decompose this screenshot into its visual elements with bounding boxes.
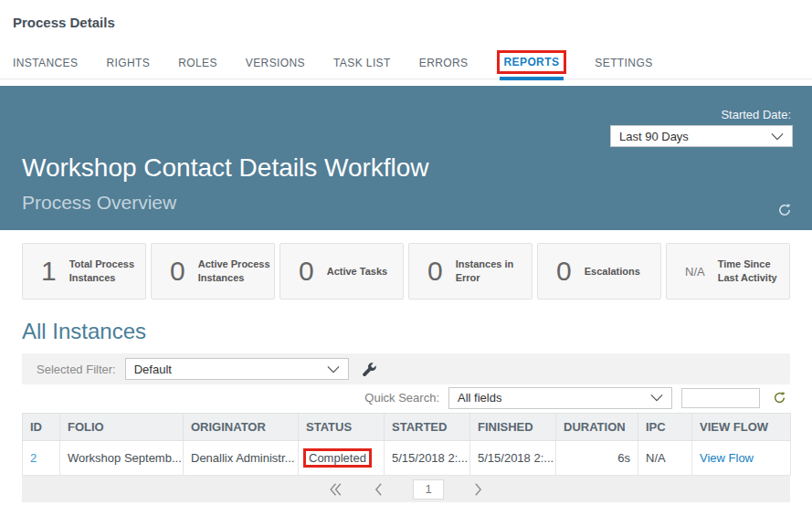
view-flow-link[interactable]: View Flow — [692, 441, 791, 476]
all-instances-heading: All Instances — [22, 319, 790, 344]
started-date-label: Started Date: — [721, 108, 791, 121]
quick-search-field-dropdown[interactable]: All fields — [448, 387, 672, 409]
col-header-duration[interactable]: DURATION — [556, 414, 638, 441]
current-page-box[interactable]: 1 — [413, 479, 444, 500]
chevron-down-icon — [327, 365, 340, 373]
started-date-value: Last 90 Days — [619, 130, 689, 143]
stats-row: 1 Total Process Instances 0 Active Proce… — [22, 243, 790, 300]
stat-time-since-last-activity: N/A Time Since Last Activity — [666, 243, 790, 300]
search-refresh-icon[interactable] — [773, 391, 786, 405]
stat-value: N/A — [685, 265, 705, 279]
filter-value: Default — [134, 363, 172, 376]
stat-label: Escalations — [585, 265, 640, 279]
tab-errors[interactable]: ERRORS — [419, 50, 469, 79]
tab-instances[interactable]: INSTANCES — [13, 50, 78, 79]
instances-table: ID FOLIO ORIGINATOR STATUS STARTED FINIS… — [22, 413, 791, 476]
ipc-cell: N/A — [638, 441, 692, 476]
started-cell: 5/15/2018 2:... — [385, 441, 470, 476]
stat-label: Time Since Last Activity — [718, 258, 786, 285]
stat-instances-in-error: 0 Instances in Error — [408, 243, 533, 300]
red-annotation-box: Completed — [303, 448, 372, 468]
col-header-ipc[interactable]: IPC — [638, 414, 692, 441]
banner-subtitle: Process Overview — [22, 192, 176, 214]
tab-settings[interactable]: SETTINGS — [595, 50, 652, 79]
status-value: Completed — [309, 451, 366, 465]
col-header-view-flow[interactable]: VIEW FLOW — [692, 414, 791, 441]
col-header-id[interactable]: ID — [23, 414, 60, 441]
table-header-row: ID FOLIO ORIGINATOR STATUS STARTED FINIS… — [23, 414, 791, 441]
refresh-icon[interactable] — [777, 203, 792, 217]
previous-page-icon[interactable] — [372, 482, 385, 497]
stat-total-process-instances: 1 Total Process Instances — [22, 243, 146, 300]
col-header-finished[interactable]: FINISHED — [470, 414, 556, 441]
stat-value: 0 — [427, 256, 443, 287]
stat-value: 0 — [299, 256, 314, 287]
quick-search-field-value: All fields — [458, 391, 501, 405]
first-page-icon[interactable] — [327, 482, 344, 497]
status-cell: Completed — [299, 441, 385, 476]
tab-versions[interactable]: VERSIONS — [246, 50, 305, 79]
table-row: 2 Workshop Septemb... Denallix Administr… — [23, 441, 791, 476]
stat-value: 0 — [170, 256, 185, 287]
stat-value: 0 — [556, 256, 572, 287]
quick-search-input[interactable] — [681, 388, 760, 408]
page-title: Process Details — [0, 0, 812, 30]
quick-search-label: Quick Search: — [364, 391, 439, 405]
tab-reports-label: REPORTS — [504, 56, 560, 68]
stat-label: Instances in Error — [456, 258, 528, 285]
stat-label: Active Tasks — [327, 265, 387, 279]
col-header-status[interactable]: STATUS — [299, 414, 385, 441]
red-annotation-box: REPORTS — [497, 50, 567, 74]
folio-cell: Workshop Septemb... — [60, 441, 184, 476]
tab-reports[interactable]: REPORTS — [497, 50, 567, 79]
chevron-down-icon — [771, 132, 784, 141]
wrench-icon[interactable] — [362, 362, 377, 377]
tab-task-list[interactable]: TASK LIST — [333, 50, 391, 79]
stat-escalations: 0 Escalations — [537, 243, 661, 300]
filter-dropdown[interactable]: Default — [125, 358, 349, 380]
tab-rights[interactable]: RIGHTS — [106, 50, 150, 79]
workflow-title: Workshop Contact Details Workflow — [22, 153, 429, 183]
started-date-dropdown[interactable]: Last 90 Days — [610, 125, 793, 147]
stat-label: Active Process Instances — [198, 258, 270, 285]
stat-label: Total Process Instances — [69, 258, 142, 285]
col-header-started[interactable]: STARTED — [385, 414, 470, 441]
col-header-folio[interactable]: FOLIO — [60, 414, 184, 441]
instance-id-link[interactable]: 2 — [23, 441, 60, 476]
filter-bar: Selected Filter: Default — [22, 353, 790, 384]
tab-roles[interactable]: ROLES — [178, 50, 217, 79]
selected-filter-label: Selected Filter: — [37, 363, 116, 376]
process-overview-banner: Started Date: Last 90 Days Workshop Cont… — [0, 86, 812, 230]
col-header-originator[interactable]: ORIGINATOR — [184, 414, 299, 441]
quick-search-row: Quick Search: All fields — [22, 384, 790, 411]
next-page-icon[interactable] — [471, 482, 485, 497]
originator-cell: Denallix Administr... — [184, 441, 299, 476]
tab-bar: INSTANCES RIGHTS ROLES VERSIONS TASK LIS… — [0, 50, 812, 79]
chevron-down-icon — [650, 394, 663, 402]
stat-active-tasks: 0 Active Tasks — [279, 243, 404, 300]
pagination-bar: 1 — [22, 476, 790, 502]
finished-cell: 5/15/2018 2:... — [470, 441, 556, 476]
stat-value: 1 — [41, 256, 57, 287]
duration-cell: 6s — [556, 441, 638, 476]
stat-active-process-instances: 0 Active Process Instances — [151, 243, 275, 300]
